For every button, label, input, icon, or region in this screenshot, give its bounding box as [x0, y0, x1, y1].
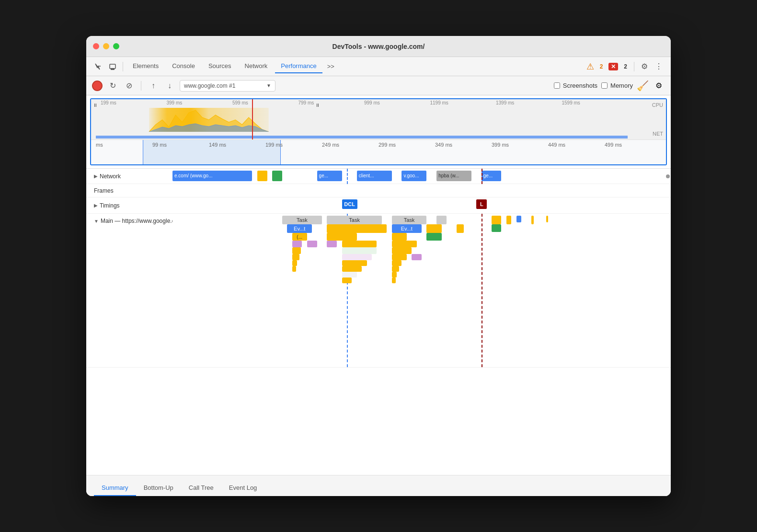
task-r6-3 [392, 254, 407, 260]
cpu-label: CPU [652, 102, 663, 108]
lcp-main-line [482, 214, 482, 367]
task-1: Task [282, 216, 322, 224]
after-6 [492, 224, 502, 232]
red-time-marker [252, 99, 253, 139]
overview-panel[interactable]: ⏸ 199 ms 399 ms 599 ms 799 ms 999 ms 119… [90, 98, 667, 165]
timings-arrow[interactable]: ▶ [94, 203, 98, 208]
cpu-graph [96, 105, 628, 132]
overview-bottom: ms 99 ms 149 ms 199 ms 249 ms 299 ms 349… [91, 140, 666, 165]
frames-track-label: Frames [86, 185, 172, 196]
reload-record-icon[interactable]: ↻ [106, 80, 119, 92]
warning-count: 2 [597, 62, 606, 71]
tick-999: 999 ms [364, 100, 430, 105]
net-label: NET [653, 131, 663, 137]
tab-bottom-up[interactable]: Bottom-Up [136, 480, 181, 496]
capture-settings-icon[interactable]: ⚙ [653, 80, 665, 92]
task-r3-3 [426, 233, 441, 241]
tick-b-449: 449 ms [548, 142, 605, 148]
minimize-button[interactable] [103, 43, 109, 49]
tick-b-199: 199 ms [265, 142, 322, 148]
record-button[interactable] [92, 81, 103, 91]
tick-1399: 1399 ms [496, 100, 562, 105]
tab-performance[interactable]: Performance [275, 59, 322, 73]
timings-track-content: DCL L [172, 197, 671, 214]
settings-icon[interactable]: ⚙ [638, 60, 651, 73]
main-arrow[interactable]: ▼ [94, 219, 99, 224]
main-content: ⏸ 199 ms 399 ms 599 ms 799 ms 999 ms 119… [86, 95, 671, 496]
task-r4-4 [342, 241, 377, 247]
net-chip-ge2: ge... [482, 171, 502, 181]
tick-b-399: 399 ms [492, 142, 548, 148]
task-3: Task [392, 216, 427, 224]
tab-console[interactable]: Console [166, 59, 201, 73]
network-label-text: Network [100, 173, 121, 180]
task-r7-1 [292, 260, 297, 266]
tick-b-0: ms [96, 142, 152, 148]
main-track-row: ▼ Main — https://www.google.com/ Task Ta… [86, 214, 671, 368]
memory-label: Memory [610, 82, 633, 89]
traffic-lights [93, 43, 119, 49]
timings-label-text: Timings [100, 202, 120, 209]
flame-chart-area[interactable]: ▶ Network e.com/ (www.go... ge... client… [86, 168, 671, 475]
more-options-icon[interactable]: ⋮ [653, 60, 665, 73]
task-yellow-2 [426, 224, 441, 233]
upload-icon[interactable]: ↑ [147, 80, 160, 92]
close-button[interactable] [93, 43, 99, 49]
tab-summary[interactable]: Summary [94, 480, 136, 496]
sep2 [634, 62, 634, 71]
clear-data-icon[interactable]: 🧹 [637, 80, 649, 92]
performance-toolbar: ↻ ⊘ ↑ ↓ www.google.com #1 ▼ Screenshots … [86, 76, 671, 95]
url-selector[interactable]: www.google.com #1 ▼ [180, 80, 275, 92]
tick-b-249: 249 ms [322, 142, 378, 148]
url-dropdown-icon[interactable]: ▼ [266, 83, 271, 88]
tab-elements[interactable]: Elements [127, 59, 164, 73]
device-icon[interactable] [106, 60, 119, 73]
download-icon[interactable]: ↓ [163, 80, 176, 92]
tick-1599: 1599 ms [562, 100, 628, 105]
clear-icon[interactable]: ⊘ [123, 80, 135, 92]
main-toolbar: Elements Console Sources Network Perform… [86, 57, 671, 76]
net-chip-client: client... [357, 171, 392, 181]
task-r4-2 [307, 241, 317, 247]
task-r4-1 [292, 241, 302, 247]
network-arrow[interactable]: ▶ [94, 173, 98, 179]
tab-event-log[interactable]: Event Log [221, 480, 265, 496]
task-r5-2 [342, 247, 377, 254]
tick-399: 399 ms [167, 100, 233, 105]
task-r3-2 [392, 233, 407, 241]
task-r10-1 [342, 278, 352, 283]
url-text: www.google.com #1 [184, 82, 235, 89]
more-tabs-button[interactable]: >> [324, 61, 337, 72]
screenshots-checkbox[interactable] [554, 82, 560, 89]
frames-label-text: Frames [94, 187, 114, 194]
devtools-window: DevTools - www.google.com/ Elements Cons… [86, 36, 671, 496]
task-r10-2 [392, 278, 396, 283]
maximize-button[interactable] [113, 43, 119, 49]
net-bar [96, 136, 628, 139]
tab-call-tree[interactable]: Call Tree [181, 480, 221, 496]
net-chip-ge1: ge... [317, 171, 342, 181]
network-track-label: ▶ Network [86, 171, 172, 182]
task-r5-1 [292, 247, 301, 254]
memory-checkbox[interactable] [601, 82, 608, 89]
tab-sources[interactable]: Sources [203, 59, 237, 73]
titlebar: DevTools - www.google.com/ [86, 36, 671, 57]
task-r8-2 [342, 266, 362, 272]
inspect-icon[interactable] [92, 60, 104, 73]
tick-199: 199 ms [101, 100, 167, 105]
tick-799: 799 ms [298, 100, 365, 105]
timings-track-label: ▶ Timings [86, 200, 172, 211]
task-r8-1 [292, 266, 296, 272]
tab-network[interactable]: Network [239, 59, 274, 73]
scrollbar-dot[interactable] [666, 174, 670, 178]
main-track-content: Task Task Task Ev...t Ev...t (... [172, 214, 671, 367]
overview-ticks-bottom: ms 99 ms 149 ms 199 ms 249 ms 299 ms 349… [91, 142, 666, 148]
after-2 [506, 216, 511, 224]
task-r6-2 [342, 254, 372, 260]
sep3 [141, 81, 141, 91]
task-r7-2 [342, 260, 367, 266]
net-chip-hpba: hpba (w... [436, 171, 471, 181]
error-icon: ✕ [608, 63, 618, 70]
frames-track-content [172, 184, 671, 197]
evt-1: Ev...t [287, 224, 312, 233]
